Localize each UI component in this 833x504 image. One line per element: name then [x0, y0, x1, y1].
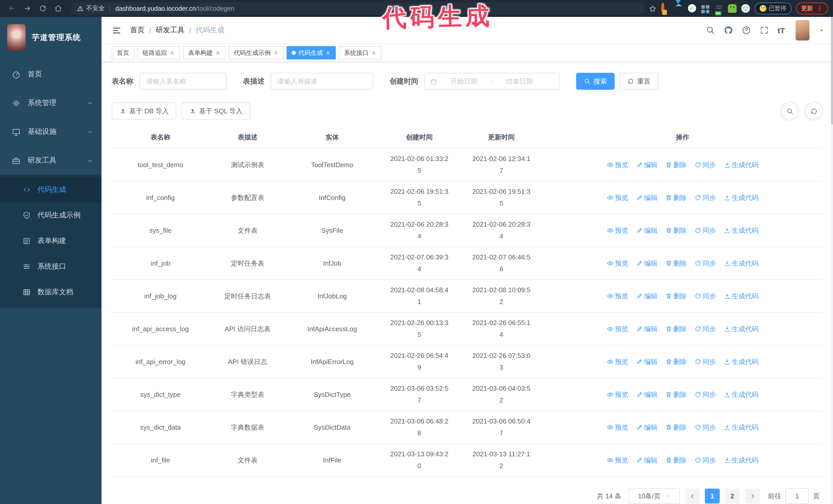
tab-表单构建[interactable]: 表单构建 [183, 46, 225, 59]
breadcrumb-item[interactable]: 首页 [130, 26, 145, 35]
action-删除[interactable]: 删除 [665, 357, 687, 366]
action-同步[interactable]: 同步 [694, 193, 716, 202]
forward-button[interactable] [21, 2, 34, 15]
avatar[interactable] [795, 20, 809, 41]
action-生成代码[interactable]: 生成代码 [723, 390, 758, 399]
bookmark-star-icon[interactable] [648, 4, 657, 13]
table-desc-input[interactable] [271, 73, 373, 90]
update-button[interactable]: 更新 ⋮ [796, 3, 828, 14]
action-生成代码[interactable]: 生成代码 [723, 193, 758, 202]
action-生成代码[interactable]: 生成代码 [723, 259, 758, 268]
action-删除[interactable]: 删除 [665, 390, 687, 399]
sidebar-subitem-代码生成示例[interactable]: 代码生成示例 [0, 202, 101, 228]
paused-profile-chip[interactable]: 已暂停 [754, 3, 791, 14]
logo-row[interactable]: 芋道管理系统 [0, 17, 101, 57]
action-生成代码[interactable]: 生成代码 [723, 160, 758, 169]
home-button[interactable] [51, 2, 65, 15]
reset-button[interactable]: 重置 [620, 73, 658, 90]
sidebar-subitem-表单构建[interactable]: 表单构建 [0, 228, 101, 254]
action-生成代码[interactable]: 生成代码 [723, 226, 758, 235]
tab-首页[interactable]: 首页 [112, 46, 134, 59]
page-button-2[interactable]: 2 [725, 488, 740, 503]
collapse-menu-icon[interactable] [112, 25, 121, 35]
action-编辑[interactable]: 编辑 [636, 160, 658, 169]
end-date-input[interactable] [496, 77, 543, 86]
next-page-button[interactable] [745, 488, 760, 503]
action-编辑[interactable]: 编辑 [636, 423, 658, 432]
green-bot-extension-icon[interactable] [728, 4, 736, 13]
prev-page-button[interactable] [685, 488, 700, 503]
start-date-input[interactable] [441, 77, 487, 86]
import-sql-button[interactable]: 基于 SQL 导入 [182, 102, 251, 119]
orange-ring-extension-icon[interactable] [661, 4, 670, 13]
action-编辑[interactable]: 编辑 [636, 456, 658, 465]
action-同步[interactable]: 同步 [694, 226, 716, 235]
action-生成代码[interactable]: 生成代码 [723, 423, 758, 432]
sidebar-item-基础设施[interactable]: 基础设施 [0, 117, 101, 146]
action-生成代码[interactable]: 生成代码 [723, 456, 758, 465]
action-编辑[interactable]: 编辑 [636, 324, 658, 334]
security-chip[interactable]: 不安全 [77, 4, 104, 13]
sidebar-item-研发工具[interactable]: 研发工具 [0, 146, 101, 175]
page-size-select[interactable]: 10条/页 [628, 488, 680, 504]
caret-down-icon[interactable] [818, 27, 825, 33]
action-同步[interactable]: 同步 [694, 456, 716, 465]
question-icon[interactable] [742, 26, 751, 35]
action-预览[interactable]: 预览 [607, 423, 628, 432]
refresh-table-button[interactable] [805, 102, 823, 120]
reload-button[interactable] [36, 2, 49, 15]
action-编辑[interactable]: 编辑 [636, 357, 658, 366]
blue-gem-extension-icon[interactable] [674, 4, 683, 13]
action-生成代码[interactable]: 生成代码 [723, 357, 758, 366]
sidebar-subitem-数据库文档[interactable]: 数据库文档 [0, 280, 101, 305]
action-同步[interactable]: 同步 [694, 390, 716, 399]
action-预览[interactable]: 预览 [607, 324, 628, 334]
sidebar-subitem-代码生成[interactable]: 代码生成 [0, 177, 101, 202]
action-删除[interactable]: 删除 [665, 226, 687, 235]
action-预览[interactable]: 预览 [607, 259, 628, 268]
close-icon[interactable] [215, 50, 220, 55]
action-编辑[interactable]: 编辑 [636, 193, 658, 202]
toggle-search-button[interactable] [781, 102, 799, 120]
action-同步[interactable]: 同步 [694, 324, 716, 334]
tab-代码生成示例[interactable]: 代码生成示例 [229, 46, 284, 59]
import-db-button[interactable]: 基于 DB 导入 [112, 102, 176, 119]
action-编辑[interactable]: 编辑 [636, 259, 658, 268]
font-size-icon[interactable]: tT [778, 26, 785, 34]
action-生成代码[interactable]: 生成代码 [723, 291, 758, 301]
action-生成代码[interactable]: 生成代码 [723, 324, 758, 334]
action-同步[interactable]: 同步 [694, 259, 716, 268]
github-icon[interactable] [724, 26, 733, 35]
fullscreen-icon[interactable] [760, 26, 769, 35]
action-预览[interactable]: 预览 [607, 390, 628, 399]
action-删除[interactable]: 删除 [665, 291, 687, 301]
browser-menu-icon[interactable]: ⋮ [816, 5, 823, 11]
green-check-extension-icon[interactable]: ✓ [688, 4, 696, 13]
sidebar-item-系统管理[interactable]: 系统管理 [0, 89, 101, 117]
page-scrollbar[interactable] [831, 17, 833, 504]
action-预览[interactable]: 预览 [607, 226, 628, 235]
dark-on-extension-icon[interactable]: on [714, 4, 723, 13]
address-bar[interactable]: 不安全 dashboard.yudao.iocoder.cn/tool/code… [71, 2, 644, 15]
back-button[interactable] [5, 2, 19, 15]
action-预览[interactable]: 预览 [607, 193, 628, 202]
action-同步[interactable]: 同步 [694, 423, 716, 432]
search-button[interactable]: 搜索 [576, 73, 615, 90]
action-预览[interactable]: 预览 [607, 456, 628, 465]
action-同步[interactable]: 同步 [694, 357, 716, 366]
close-icon[interactable] [326, 50, 331, 55]
page-button-1[interactable]: 1 [705, 488, 720, 503]
white-paw-extension-icon[interactable] [741, 4, 750, 13]
action-同步[interactable]: 同步 [694, 291, 716, 301]
breadcrumb-item[interactable]: 研发工具 [156, 26, 185, 35]
sidebar-subitem-系统接口[interactable]: 系统接口 [0, 254, 101, 280]
close-icon[interactable] [371, 50, 376, 55]
tab-链路追踪[interactable]: 链路追踪 [137, 46, 180, 59]
search-icon[interactable] [706, 26, 715, 35]
action-删除[interactable]: 删除 [665, 160, 687, 169]
grid-extension-icon[interactable] [701, 4, 710, 13]
close-icon[interactable] [273, 50, 278, 55]
goto-page-input[interactable] [785, 488, 809, 504]
tab-代码生成[interactable]: 代码生成 [287, 46, 336, 59]
action-同步[interactable]: 同步 [694, 160, 716, 169]
